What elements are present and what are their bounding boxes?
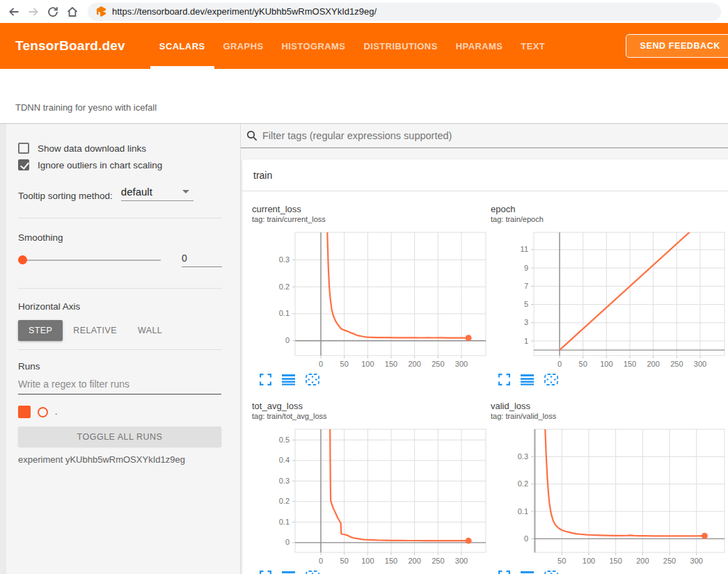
- line-chart[interactable]: 05010015020025030000.10.20.3: [252, 229, 487, 368]
- settings-sidebar: Show data download links Ignore outliers…: [0, 124, 241, 574]
- fullscreen-icon[interactable]: [498, 571, 510, 574]
- svg-text:5: 5: [524, 300, 528, 308]
- svg-text:200: 200: [636, 557, 649, 565]
- svg-text:0.4: 0.4: [279, 456, 290, 464]
- svg-text:150: 150: [385, 557, 397, 565]
- forward-icon[interactable]: [25, 3, 42, 20]
- charts-grid: current_loss tag: train/current_loss 050…: [242, 191, 728, 574]
- chart-tag: tag: train/current_loss: [252, 215, 491, 225]
- svg-text:0.1: 0.1: [279, 518, 290, 526]
- svg-text:200: 200: [408, 557, 420, 565]
- browser-toolbar: https://tensorboard.dev/experiment/yKUbh…: [0, 0, 728, 23]
- train-section-card: train current_loss tag: train/current_lo…: [242, 159, 728, 574]
- svg-text:200: 200: [647, 360, 659, 368]
- chart-card-current-loss: current_loss tag: train/current_loss 050…: [252, 204, 491, 385]
- axis-wall-button[interactable]: WALL: [127, 320, 173, 341]
- chart-actions: [491, 571, 728, 574]
- chart-title: valid_loss: [491, 401, 728, 412]
- show-download-links-row[interactable]: Show data download links: [18, 143, 222, 154]
- tooltip-sort-value: default: [121, 186, 152, 198]
- ignore-outliers-row[interactable]: Ignore outliers in chart scaling: [18, 159, 222, 170]
- svg-text:1: 1: [524, 337, 528, 345]
- run-checkbox[interactable]: [18, 406, 31, 418]
- tab-scalars[interactable]: SCALARS: [150, 23, 214, 69]
- svg-text:100: 100: [600, 360, 612, 368]
- svg-text:200: 200: [408, 360, 420, 368]
- toggle-all-runs-button[interactable]: TOGGLE ALL RUNS: [18, 426, 221, 447]
- fit-domain-icon[interactable]: [306, 374, 319, 385]
- chart-card-tot-avg-loss: tot_avg_loss tag: train/tot_avg_loss 050…: [252, 401, 491, 574]
- send-feedback-button[interactable]: SEND FEEDBACK: [626, 34, 728, 58]
- svg-text:300: 300: [690, 557, 703, 565]
- svg-text:0.1: 0.1: [279, 309, 290, 317]
- checkbox-label: Show data download links: [38, 143, 146, 154]
- svg-text:50: 50: [579, 360, 587, 368]
- slider-knob[interactable]: [18, 255, 27, 264]
- tab-graphs[interactable]: GRAPHS: [214, 23, 273, 69]
- line-chart[interactable]: 05010015020025030000.10.20.30.40.5: [252, 426, 487, 565]
- axis-relative-button[interactable]: RELATIVE: [63, 320, 127, 341]
- run-name: .: [55, 407, 57, 417]
- fit-domain-icon[interactable]: [544, 571, 558, 574]
- section-header-train[interactable]: train: [242, 159, 728, 191]
- line-chart[interactable]: 0501001502002503001357911: [491, 229, 726, 368]
- back-icon[interactable]: [6, 3, 22, 20]
- fit-domain-icon[interactable]: [544, 374, 558, 385]
- axis-step-button[interactable]: STEP: [18, 320, 63, 341]
- log-scale-icon[interactable]: [282, 571, 295, 574]
- tab-text[interactable]: TEXT: [512, 23, 554, 69]
- nav-tabs: SCALARS GRAPHS HISTOGRAMS DISTRIBUTIONS …: [150, 23, 554, 69]
- slider-track: [18, 260, 161, 261]
- browser-window: https://tensorboard.dev/experiment/yKUbh…: [0, 0, 728, 574]
- line-chart[interactable]: 5010015020025030000.10.20.3: [491, 426, 726, 565]
- fullscreen-icon[interactable]: [498, 374, 510, 385]
- smoothing-value-input[interactable]: 0: [182, 253, 222, 267]
- checkbox-label: Ignore outliers in chart scaling: [38, 160, 162, 170]
- svg-text:150: 150: [385, 360, 397, 368]
- chart-actions: [252, 374, 491, 385]
- log-scale-icon[interactable]: [521, 374, 534, 385]
- svg-text:250: 250: [432, 557, 444, 565]
- svg-text:50: 50: [557, 557, 566, 565]
- svg-text:250: 250: [670, 360, 683, 368]
- svg-text:0.3: 0.3: [279, 477, 290, 485]
- smoothing-label: Smoothing: [18, 232, 222, 243]
- tag-filter-input[interactable]: [262, 130, 728, 141]
- chart-card-valid-loss: valid_loss tag: train/valid_loss 5010015…: [491, 401, 728, 574]
- tab-hparams[interactable]: HPARAMS: [447, 23, 512, 69]
- runs-label: Runs: [18, 361, 222, 372]
- svg-text:7: 7: [524, 282, 528, 290]
- log-scale-icon[interactable]: [521, 571, 534, 574]
- run-item[interactable]: .: [18, 406, 222, 418]
- svg-text:50: 50: [340, 557, 349, 565]
- home-icon[interactable]: [64, 3, 81, 20]
- fit-domain-icon[interactable]: [306, 571, 319, 574]
- svg-text:250: 250: [432, 360, 444, 368]
- svg-text:3: 3: [524, 318, 528, 326]
- tab-histograms[interactable]: HISTOGRAMS: [273, 23, 355, 69]
- chart-tag: tag: train/epoch: [491, 215, 728, 225]
- svg-text:250: 250: [663, 557, 676, 565]
- address-bar[interactable]: https://tensorboard.dev/experiment/yKUbh…: [88, 3, 721, 21]
- chart-title: current_loss: [252, 204, 491, 215]
- tab-distributions[interactable]: DISTRIBUTIONS: [354, 23, 446, 69]
- svg-text:300: 300: [455, 557, 468, 565]
- runs-filter-input[interactable]: [18, 378, 221, 394]
- ignore-outliers-checkbox[interactable]: [18, 159, 29, 170]
- tensorboard-favicon: [96, 6, 106, 17]
- svg-text:0: 0: [319, 557, 323, 565]
- tooltip-sort-select[interactable]: default: [121, 186, 193, 201]
- smoothing-slider[interactable]: [18, 255, 161, 265]
- fullscreen-icon[interactable]: [260, 374, 271, 385]
- chart-actions: [491, 374, 728, 385]
- experiment-title: TDNN training for yesno with icefall: [15, 102, 157, 113]
- fullscreen-icon[interactable]: [260, 571, 271, 574]
- experiment-bar: TDNN training for yesno with icefall: [0, 69, 728, 124]
- svg-text:9: 9: [524, 264, 528, 272]
- reload-icon[interactable]: [45, 3, 61, 20]
- svg-text:0: 0: [524, 534, 528, 543]
- svg-text:11: 11: [521, 245, 528, 253]
- log-scale-icon[interactable]: [282, 374, 295, 385]
- show-download-links-checkbox[interactable]: [18, 143, 29, 154]
- svg-text:100: 100: [361, 557, 374, 565]
